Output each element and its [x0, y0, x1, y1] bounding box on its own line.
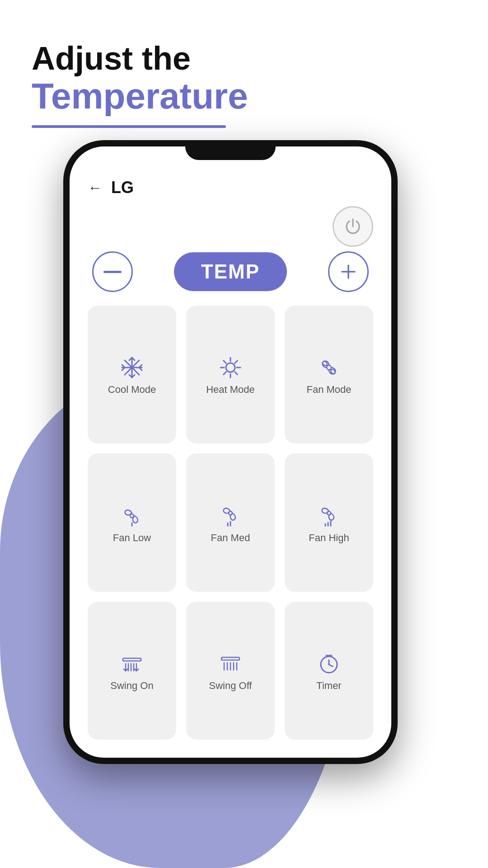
plus-icon: [338, 262, 358, 282]
snowflake-icon: [119, 355, 145, 380]
screen-header: ← LG: [88, 178, 373, 197]
svg-line-20: [224, 372, 226, 375]
fan-high-button[interactable]: Fan High: [285, 453, 373, 591]
fan-med-button[interactable]: Fan Med: [186, 453, 275, 591]
svg-point-22: [130, 514, 134, 518]
svg-line-17: [224, 361, 226, 363]
sun-icon: [218, 355, 243, 380]
temp-button[interactable]: TEMP: [174, 252, 287, 291]
svg-rect-37: [221, 657, 239, 660]
screen-title: LG: [111, 178, 134, 197]
heat-mode-button[interactable]: Heat Mode: [186, 306, 275, 443]
fan-low-icon: [119, 503, 145, 528]
swing-on-label: Swing On: [110, 680, 153, 692]
phone-frame: ← LG TEMP: [63, 140, 398, 764]
power-row: [88, 206, 373, 247]
page-header: Adjust the Temperature: [32, 41, 248, 128]
minus-icon: [103, 271, 122, 273]
fan-low-button[interactable]: Fan Low: [88, 453, 176, 591]
power-icon: [343, 217, 363, 236]
temp-row: TEMP: [88, 251, 373, 292]
fan-high-icon: [316, 503, 342, 528]
svg-line-45: [329, 665, 333, 666]
fan-mode-button[interactable]: Fan Mode: [285, 306, 373, 443]
phone-wrapper: ← LG TEMP: [63, 140, 398, 764]
timer-label: Timer: [316, 680, 341, 692]
header-line1: Adjust the: [32, 41, 248, 76]
heat-mode-label: Heat Mode: [206, 384, 255, 396]
fan-high-label: Fan High: [309, 532, 349, 544]
cool-mode-button[interactable]: Cool Mode: [88, 306, 176, 443]
power-button[interactable]: [333, 206, 373, 247]
fan-med-label: Fan Med: [211, 532, 250, 544]
swing-on-button[interactable]: Swing On: [88, 602, 176, 740]
swing-off-label: Swing Off: [209, 680, 252, 692]
svg-rect-31: [123, 658, 141, 661]
svg-line-18: [235, 372, 238, 375]
fan-low-label: Fan Low: [113, 532, 151, 544]
timer-button[interactable]: Timer: [285, 602, 373, 740]
swing-off-icon: [218, 651, 243, 676]
swing-off-button[interactable]: Swing Off: [186, 602, 275, 740]
header-underline: [32, 125, 226, 128]
minus-button[interactable]: [92, 251, 133, 292]
fan-mode-icon: [316, 355, 342, 380]
header-line2: Temperature: [32, 76, 248, 116]
back-button[interactable]: ←: [88, 179, 102, 196]
swing-on-icon: [119, 651, 145, 676]
clock-icon: [316, 651, 342, 676]
phone-screen: ← LG TEMP: [70, 146, 391, 758]
cool-mode-label: Cool Mode: [108, 384, 156, 396]
svg-point-21: [327, 365, 331, 370]
plus-button[interactable]: [328, 251, 369, 292]
buttons-grid: Cool Mode: [88, 306, 373, 740]
svg-line-19: [235, 361, 238, 363]
phone-notch: [185, 140, 276, 160]
fan-mode-label: Fan Mode: [306, 384, 351, 396]
fan-med-icon: [218, 503, 243, 528]
svg-point-12: [226, 363, 235, 372]
